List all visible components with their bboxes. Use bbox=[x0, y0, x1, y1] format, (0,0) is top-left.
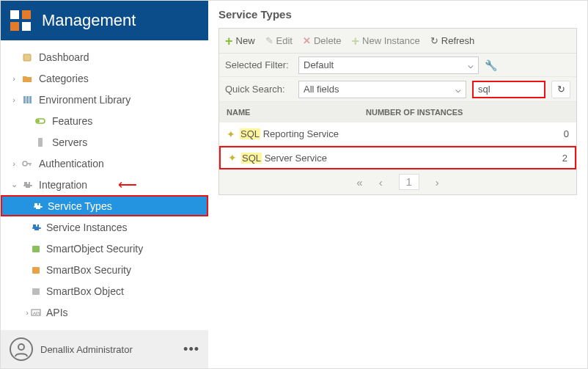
folder-icon bbox=[21, 73, 33, 84]
col-name-header[interactable]: NAME bbox=[227, 108, 366, 117]
svg-rect-15 bbox=[32, 267, 40, 274]
new-instance-button[interactable]: +New Instance bbox=[352, 34, 420, 48]
edit-button[interactable]: ✎Edit bbox=[265, 35, 293, 46]
chevron-right-icon[interactable]: › bbox=[10, 159, 18, 168]
search-input[interactable] bbox=[472, 81, 545, 98]
nav-environment-library[interactable]: › Environment Library bbox=[1, 89, 208, 110]
chevron-right-icon[interactable]: › bbox=[10, 74, 18, 83]
svg-rect-4 bbox=[23, 54, 31, 61]
svg-text:API: API bbox=[33, 311, 40, 315]
box-orange-icon bbox=[30, 264, 42, 276]
nav-dashboard[interactable]: Dashboard bbox=[1, 46, 208, 67]
toolbar: +New ✎Edit ✕Delete +New Instance ↻Refres… bbox=[219, 29, 576, 54]
box-grey-icon bbox=[30, 285, 42, 297]
sidebar-nav: Dashboard › Categories › Environment Lib… bbox=[1, 40, 208, 330]
page-prev-button[interactable]: ‹ bbox=[379, 176, 383, 189]
puzzle-icon: ✦ bbox=[227, 128, 235, 140]
nav-authentication[interactable]: › Authentication bbox=[1, 153, 208, 174]
nav-servers[interactable]: Servers bbox=[1, 131, 208, 153]
grid-header: NAME NUMBER OF INSTANCES bbox=[219, 102, 576, 123]
table-row[interactable]: ✦ SQL Reporting Service 0 bbox=[219, 123, 576, 146]
page-first-button[interactable]: « bbox=[356, 176, 362, 189]
search-label: Quick Search: bbox=[225, 84, 293, 95]
wrench-icon[interactable]: 🔧 bbox=[485, 59, 497, 71]
nav-smartbox-security[interactable]: SmartBox Security bbox=[1, 259, 208, 280]
svg-rect-3 bbox=[22, 22, 31, 31]
new-button[interactable]: +New bbox=[225, 34, 255, 48]
user-name: Denallix Administrator bbox=[40, 344, 133, 355]
nav-service-instances[interactable]: Service Instances bbox=[1, 216, 208, 238]
grid-panel: +New ✎Edit ✕Delete +New Instance ↻Refres… bbox=[218, 28, 577, 195]
nav-features[interactable]: Features bbox=[1, 110, 208, 131]
app-header: Management bbox=[1, 1, 208, 40]
svg-rect-6 bbox=[26, 96, 29, 103]
app-logo-icon bbox=[10, 10, 32, 32]
svg-point-9 bbox=[37, 120, 40, 123]
puzzle-icon bbox=[21, 179, 33, 191]
chevron-down-icon: ⌵ bbox=[468, 59, 474, 70]
delete-button[interactable]: ✕Delete bbox=[303, 35, 342, 46]
chevron-down-icon: ⌵ bbox=[455, 84, 461, 95]
nav-smartbox-object[interactable]: SmartBox Object bbox=[1, 280, 208, 302]
col-instances-header[interactable]: NUMBER OF INSTANCES bbox=[366, 108, 569, 117]
nav-categories[interactable]: › Categories bbox=[1, 67, 208, 89]
puzzle-icon: ✦ bbox=[228, 152, 237, 164]
svg-rect-14 bbox=[32, 246, 40, 252]
features-icon bbox=[34, 115, 46, 127]
app-title: Management bbox=[42, 11, 136, 30]
nav-apis[interactable]: › API APIs bbox=[1, 302, 208, 323]
plus-dim-icon: + bbox=[352, 34, 360, 48]
box-green-icon bbox=[30, 243, 42, 255]
annotation-arrow-icon: ⟵ bbox=[118, 177, 137, 193]
table-row[interactable]: ✦ SQL Server Service 2 bbox=[219, 146, 576, 169]
puzzle-blue-icon bbox=[30, 222, 42, 233]
server-icon bbox=[34, 136, 46, 148]
pager: « ‹ 1 › bbox=[219, 169, 576, 194]
page-next-button[interactable]: › bbox=[436, 176, 439, 189]
svg-rect-7 bbox=[29, 96, 32, 103]
svg-point-11 bbox=[23, 161, 27, 166]
nav-service-types[interactable]: Service Types bbox=[1, 195, 208, 216]
chevron-down-icon[interactable]: ⌄ bbox=[10, 180, 18, 189]
svg-rect-0 bbox=[10, 10, 19, 19]
plus-icon: + bbox=[225, 34, 233, 48]
dashboard-icon bbox=[21, 51, 33, 63]
instance-count: 2 bbox=[545, 153, 567, 164]
pencil-icon: ✎ bbox=[265, 35, 273, 46]
chevron-right-icon[interactable]: › bbox=[10, 95, 18, 104]
svg-point-19 bbox=[18, 344, 24, 350]
page-number: 1 bbox=[399, 174, 419, 190]
instance-count: 0 bbox=[547, 128, 569, 139]
reload-icon: ↻ bbox=[557, 84, 565, 95]
nav-smartobject-security[interactable]: SmartObject Security bbox=[1, 238, 208, 259]
refresh-button[interactable]: ↻Refresh bbox=[430, 35, 475, 46]
api-icon: API bbox=[30, 307, 42, 318]
svg-rect-1 bbox=[22, 10, 31, 19]
svg-rect-2 bbox=[10, 22, 19, 31]
svg-rect-16 bbox=[32, 288, 40, 295]
svg-rect-5 bbox=[23, 96, 26, 103]
x-icon: ✕ bbox=[303, 35, 311, 46]
search-go-button[interactable]: ↻ bbox=[551, 81, 570, 98]
key-icon bbox=[21, 158, 33, 169]
filter-label: Selected Filter: bbox=[225, 59, 293, 70]
library-icon bbox=[21, 94, 33, 106]
more-icon[interactable]: ••• bbox=[183, 342, 199, 357]
svg-rect-10 bbox=[38, 138, 43, 147]
search-field-select[interactable]: All fields ⌵ bbox=[298, 81, 466, 98]
user-row[interactable]: Denallix Administrator ••• bbox=[1, 330, 208, 368]
nav-integration[interactable]: ⌄ Integration ⟵ bbox=[1, 174, 208, 195]
avatar-icon bbox=[10, 337, 33, 361]
refresh-icon: ↻ bbox=[430, 35, 438, 46]
puzzle-icon bbox=[32, 200, 43, 212]
filter-select[interactable]: Default ⌵ bbox=[298, 56, 479, 74]
page-title: Service Types bbox=[218, 8, 577, 21]
